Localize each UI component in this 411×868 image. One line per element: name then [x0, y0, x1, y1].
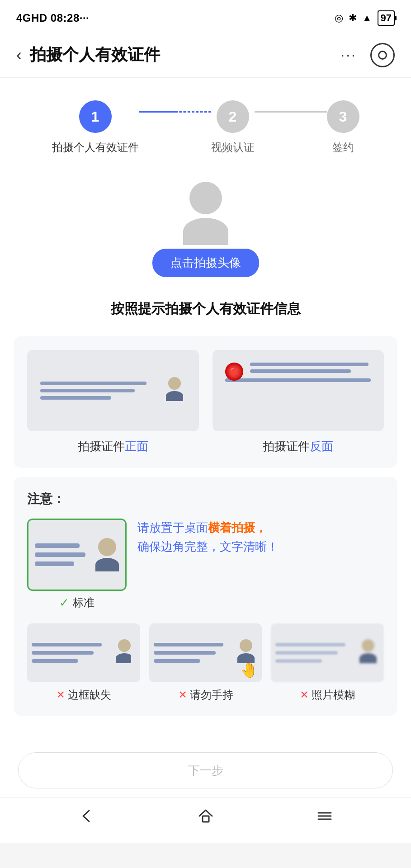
- id-line-2: [40, 389, 135, 392]
- more-button[interactable]: ···: [340, 47, 357, 63]
- id-back-highlight: 反面: [310, 439, 333, 453]
- id-front-box[interactable]: 拍摄证件正面: [27, 350, 199, 454]
- connector-gray: [255, 111, 327, 113]
- notice-highlight-1: 横着拍摄，: [208, 521, 267, 534]
- c-line-1: [35, 543, 80, 548]
- step-circle-2: 2: [217, 100, 249, 133]
- scan-icon: [378, 51, 387, 60]
- status-bar: 4GHD 08:28··· ◎ ✱ ▲ 97: [0, 0, 411, 33]
- correct-card: [27, 519, 127, 591]
- standard-text: 标准: [73, 595, 94, 610]
- handheld-lines: [154, 643, 231, 663]
- step-item-3: 3 签约: [327, 100, 359, 155]
- back-line-2: [250, 369, 350, 373]
- id-line-1: [40, 382, 146, 385]
- correct-info: 请放置于桌面横着拍摄， 确保边角完整，文字清晰！: [137, 519, 384, 556]
- avatar-head: [189, 182, 222, 214]
- connector-dashed: [175, 111, 211, 113]
- id-back-preview: 🔴: [213, 350, 384, 431]
- scan-button[interactable]: [370, 43, 395, 67]
- battery-indicator: 97: [378, 10, 395, 26]
- step-label-1: 拍摄个人有效证件: [52, 140, 139, 155]
- notice-section: 注意： ✓ 标准: [14, 477, 397, 716]
- wrong-item-handheld: 🤚 ✕ 请勿手持: [149, 623, 262, 702]
- id-line-3: [40, 396, 111, 400]
- svg-rect-0: [203, 816, 209, 822]
- wrong-card-handheld: 🤚: [149, 623, 262, 682]
- cutoff-lines: [32, 643, 109, 663]
- wifi-icon: ▲: [362, 12, 372, 24]
- nav-bar: ‹ 拍摄个人有效证件 ···: [0, 33, 411, 78]
- section-title: 按照提示拍摄个人有效证件信息: [0, 286, 411, 327]
- wrong-text-blurry: 照片模糊: [312, 688, 355, 702]
- wrong-label-blurry: ✕ 照片模糊: [300, 688, 355, 702]
- correct-avatar: [95, 538, 119, 571]
- x-icon-cutoff: ✕: [56, 689, 65, 701]
- next-step-text: 下一步: [188, 763, 223, 778]
- id-front-lines: [40, 382, 159, 400]
- back-button[interactable]: ‹: [16, 46, 22, 65]
- id-capture-section: 拍摄证件正面 🔴 拍摄证件反面: [14, 336, 397, 468]
- step-item-2: 2 视频认证: [211, 100, 255, 155]
- c-line-2: [35, 552, 85, 557]
- ca-head: [98, 538, 116, 556]
- wrong-item-cutoff: ✕ 边框缺失: [27, 623, 140, 702]
- bottom-navigation: [0, 797, 411, 843]
- location-icon: ◎: [335, 12, 343, 24]
- system-menu-button[interactable]: [316, 807, 334, 829]
- wrong-text-cutoff: 边框缺失: [68, 688, 111, 702]
- blurry-avatar: [357, 639, 379, 666]
- system-home-button[interactable]: [197, 807, 215, 829]
- back-line-1: [250, 363, 368, 366]
- blurry-lines: [275, 643, 353, 663]
- system-back-button[interactable]: [78, 807, 96, 829]
- id-front-illustration: [36, 358, 190, 423]
- bluetooth-icon: ✱: [349, 12, 357, 24]
- cutoff-avatar: [113, 639, 136, 666]
- id-back-lines: [250, 363, 368, 373]
- id-front-highlight: 正面: [125, 439, 148, 453]
- wrong-label-handheld: ✕ 请勿手持: [178, 688, 233, 702]
- id-avatar-head: [168, 377, 181, 390]
- connector-2-3: [255, 111, 327, 113]
- capture-avatar-button[interactable]: 点击拍摄头像: [152, 249, 259, 277]
- x-icon-blurry: ✕: [300, 689, 309, 701]
- step-label-3: 签约: [332, 140, 354, 155]
- notice-text-2: 确保边角完整，文字清晰！: [137, 538, 384, 557]
- correct-lines: [35, 543, 91, 566]
- page-title: 拍摄个人有效证件: [30, 44, 160, 66]
- wrong-item-blurry: ✕ 照片模糊: [271, 623, 384, 702]
- step-progress: 1 拍摄个人有效证件 2 视频认证 3 签约: [0, 78, 411, 164]
- id-avatar-body: [166, 391, 183, 401]
- id-back-illustration: 🔴: [221, 358, 375, 423]
- next-step-button[interactable]: 下一步: [18, 752, 393, 788]
- main-content: 1 拍摄个人有效证件 2 视频认证 3 签约: [0, 78, 411, 743]
- check-icon: ✓: [59, 596, 69, 610]
- connector-solid: [139, 111, 175, 113]
- wrong-label-cutoff: ✕ 边框缺失: [56, 688, 111, 702]
- avatar-body: [183, 218, 228, 245]
- nav-left: ‹ 拍摄个人有效证件: [16, 44, 160, 66]
- id-back-box[interactable]: 🔴 拍摄证件反面: [213, 350, 384, 454]
- status-signal: 4GHD 08:28···: [16, 12, 89, 24]
- notice-title: 注意：: [27, 491, 384, 508]
- bottom-bar: 下一步: [0, 743, 411, 797]
- notice-correct-example: ✓ 标准 请放置于桌面横着拍摄， 确保边角完整，文字清晰！: [27, 519, 384, 610]
- avatar-area: 点击拍摄头像: [0, 164, 411, 286]
- step-item-1: 1 拍摄个人有效证件: [52, 100, 139, 155]
- nav-right: ···: [340, 43, 395, 67]
- wrong-card-cutoff: [27, 623, 140, 682]
- id-front-avatar: [163, 377, 186, 404]
- wrong-text-handheld: 请勿手持: [190, 688, 233, 702]
- connector-1-2: [139, 111, 211, 113]
- status-icons: ◎ ✱ ▲ 97: [335, 10, 395, 26]
- id-front-preview: [27, 350, 199, 431]
- c-line-3: [35, 561, 74, 566]
- hand-icon: 🤚: [240, 661, 258, 679]
- back-extra-line: [225, 378, 371, 382]
- standard-label: ✓ 标准: [59, 595, 94, 610]
- step-circle-1: 1: [79, 100, 112, 133]
- id-front-label: 拍摄证件正面: [78, 439, 148, 454]
- wrong-card-blurry: [271, 623, 384, 682]
- x-icon-handheld: ✕: [178, 689, 187, 701]
